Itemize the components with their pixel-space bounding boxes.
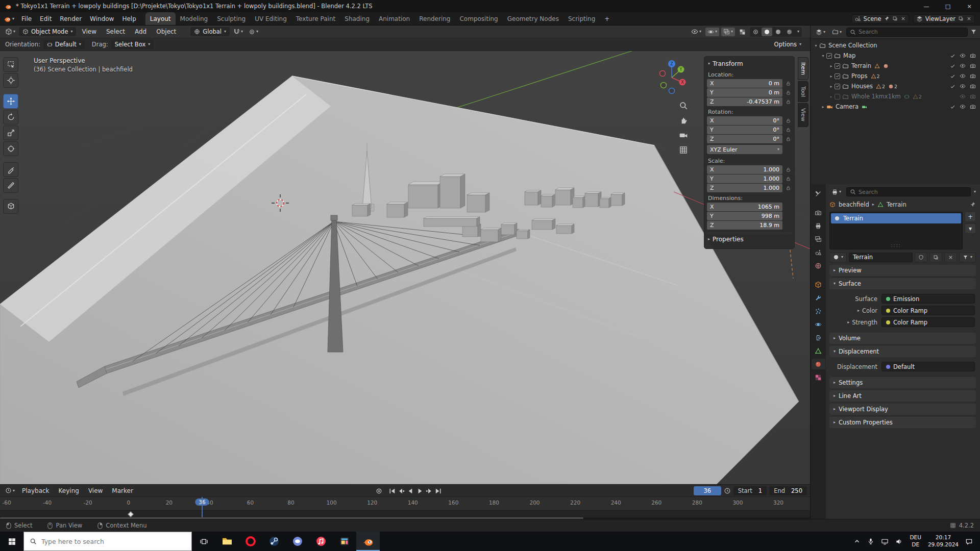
panel-preview[interactable]: ▸ Preview <box>829 265 976 276</box>
properties-editor-type-dropdown[interactable]: ▾ <box>829 188 843 196</box>
tab-shading[interactable]: Shading <box>340 12 374 25</box>
unlink-scene-icon[interactable] <box>900 16 906 21</box>
xray-toggle[interactable] <box>737 28 748 36</box>
lock-icon[interactable] <box>785 127 792 133</box>
tool-scale[interactable] <box>3 126 18 140</box>
timeline-menu-view[interactable]: View <box>84 486 107 495</box>
shading-rendered-button[interactable] <box>784 28 795 36</box>
music-app-icon[interactable] <box>309 532 333 551</box>
tool-transform[interactable] <box>3 141 18 156</box>
tab-physics[interactable] <box>812 319 825 330</box>
object-visibility-dropdown[interactable]: ▾ <box>689 27 703 36</box>
shading-wireframe-button[interactable] <box>750 28 761 36</box>
shading-solid-button[interactable] <box>762 28 772 36</box>
render-camera-icon[interactable] <box>970 73 976 79</box>
task-view-button[interactable] <box>192 532 215 551</box>
timeline-menu-playback[interactable]: Playback <box>18 486 54 495</box>
outliner-row-scene-collection[interactable]: ▾ Scene Collection <box>811 40 980 51</box>
menu-window[interactable]: Window <box>86 14 118 23</box>
keyframe-marker[interactable] <box>128 511 133 517</box>
shading-material-button[interactable] <box>773 28 783 36</box>
fake-user-button[interactable] <box>915 253 927 262</box>
filter-icon[interactable] <box>970 29 977 35</box>
timeline-menu-marker[interactable]: Marker <box>108 486 137 495</box>
tool-annotate[interactable] <box>3 162 18 177</box>
network-icon[interactable] <box>881 538 889 545</box>
chevron-down-icon[interactable]: ▾ <box>974 190 976 194</box>
tab-scripting[interactable]: Scripting <box>564 12 600 25</box>
disclosure-icon[interactable]: ▾ <box>820 54 826 58</box>
tab-modifiers[interactable] <box>812 292 825 303</box>
outliner-row-props[interactable]: ▸ Props 2 <box>811 71 980 81</box>
remove-viewlayer-icon[interactable] <box>966 16 972 21</box>
scale-y-field[interactable]: Y1.000 <box>707 174 782 183</box>
tab-object-data[interactable] <box>812 345 825 356</box>
use-preview-range-toggle[interactable] <box>724 487 731 494</box>
disclosure-icon[interactable]: ▾ <box>813 43 819 48</box>
chevron-right-icon[interactable]: ▸ <box>857 309 860 313</box>
panel-volume[interactable]: ▸ Volume <box>829 333 976 344</box>
tab-texture[interactable] <box>812 372 825 383</box>
disclosure-icon[interactable]: ▸ <box>828 74 835 79</box>
viewport-scene[interactable] <box>0 51 810 484</box>
color-input-field[interactable]: Color Ramp <box>881 306 975 315</box>
viewport-3d[interactable]: User Perspective (36) Scene Collection |… <box>0 51 810 484</box>
tab-view-layer[interactable] <box>812 234 825 244</box>
transform-panel-header[interactable]: ▾ Transform <box>707 59 792 69</box>
menu-file[interactable]: File <box>17 14 36 23</box>
disclosure-icon[interactable]: ▸ <box>828 64 835 68</box>
dimensions-y-field[interactable]: Y998 m <box>707 212 782 220</box>
tool-move[interactable] <box>3 94 18 109</box>
panel-viewport-display[interactable]: ▸ Viewport Display <box>829 404 976 415</box>
gizmo-y-neg-axis[interactable] <box>661 83 667 88</box>
chat-app-icon[interactable] <box>286 532 309 551</box>
outliner-display-mode-dropdown[interactable]: ▾ <box>830 28 844 36</box>
tab-tool[interactable] <box>812 188 825 199</box>
lock-icon[interactable] <box>785 167 792 172</box>
tab-texture-paint[interactable]: Texture Paint <box>291 12 340 25</box>
collection-checkbox[interactable] <box>826 53 832 59</box>
tab-particles[interactable] <box>812 306 825 316</box>
sidebar-tab-item[interactable]: Item <box>798 57 808 80</box>
unlink-material-button[interactable] <box>944 253 957 262</box>
pan-hand-icon[interactable] <box>679 116 688 125</box>
browse-material-button[interactable]: ▾ <box>829 253 847 262</box>
play-button[interactable] <box>416 487 424 495</box>
lock-icon[interactable] <box>785 136 792 142</box>
tray-expand-icon[interactable] <box>853 538 861 545</box>
lock-icon[interactable] <box>785 99 792 105</box>
panel-displacement[interactable]: ▾ Displacement <box>829 346 976 357</box>
slot-specials-button[interactable]: ▾ <box>965 223 976 234</box>
strength-input-field[interactable]: Color Ramp <box>881 317 975 327</box>
jump-to-end-button[interactable] <box>434 487 442 495</box>
collection-checkbox[interactable] <box>835 94 840 99</box>
material-filter-button[interactable]: ▾ <box>959 253 976 262</box>
current-frame-field[interactable]: 36 <box>694 486 721 495</box>
tool-select-box[interactable] <box>3 57 18 72</box>
transform-orientation-dropdown[interactable]: Global ▾ <box>190 27 230 36</box>
outliner-search-input[interactable] <box>859 29 964 35</box>
proportional-editing-toggle[interactable]: ▾ <box>247 28 260 36</box>
minimize-button[interactable]: — <box>916 0 937 12</box>
tab-render[interactable] <box>812 207 825 218</box>
outliner-row-map[interactable]: ▾ Map <box>811 51 980 61</box>
ortho-grid-icon[interactable] <box>679 145 688 155</box>
show-gizmo-toggle[interactable]: ▾ <box>705 28 719 36</box>
tab-material[interactable] <box>812 359 825 369</box>
menu-render[interactable]: Render <box>56 14 86 23</box>
drag-dropdown[interactable]: Select Box ▾ <box>111 40 154 49</box>
outliner-editor-type-dropdown[interactable]: ▾ <box>814 28 827 36</box>
panel-line-art[interactable]: ▸ Line Art <box>829 390 976 402</box>
add-workspace-button[interactable]: + <box>600 12 614 25</box>
scale-x-field[interactable]: X1.000 <box>707 165 782 174</box>
gizmo-z-neg-axis[interactable] <box>669 88 675 94</box>
panel-custom-properties[interactable]: ▸ Custom Properties <box>829 417 976 428</box>
start-button[interactable] <box>0 532 23 551</box>
duplicate-material-button[interactable] <box>929 253 942 262</box>
location-y-field[interactable]: Y0 m <box>707 88 782 97</box>
editor-type-dropdown[interactable]: ▾ <box>3 27 17 36</box>
frame-start-field[interactable]: Start1 <box>733 486 767 495</box>
select-toggle-icon[interactable] <box>950 63 955 69</box>
menu-help[interactable]: Help <box>118 14 140 23</box>
material-slot-active[interactable]: Terrain <box>831 213 961 223</box>
